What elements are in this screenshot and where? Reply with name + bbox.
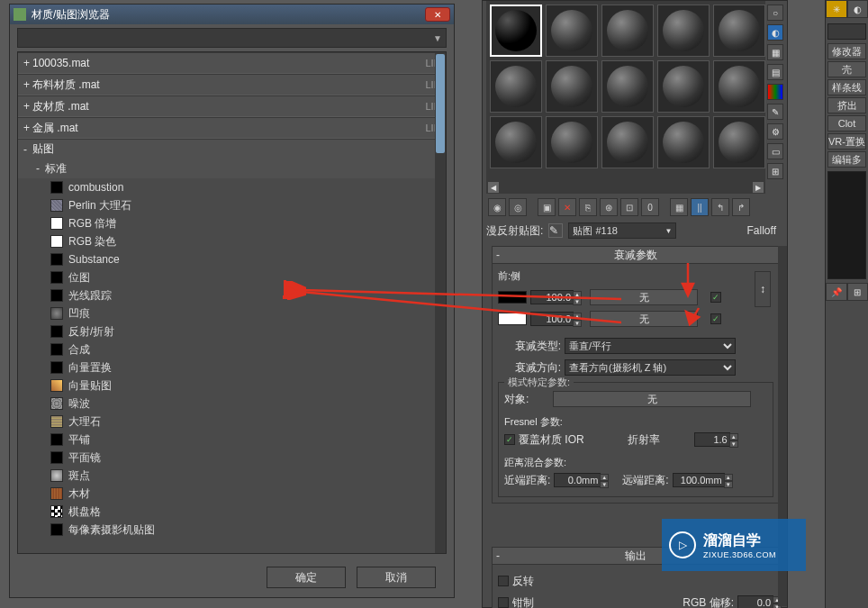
put-to-scene-icon[interactable]: ◎ — [509, 198, 527, 216]
map-item[interactable]: 棋盘格 — [18, 503, 446, 521]
make-copy-icon[interactable]: ⎘ — [579, 198, 597, 216]
material-slot[interactable] — [490, 5, 542, 57]
scrollbar-thumb[interactable] — [436, 54, 445, 153]
falloff-type-dropdown[interactable]: 垂直/平行 — [565, 338, 736, 354]
map-item[interactable]: 向量置换 — [18, 358, 446, 377]
modifier-button[interactable]: Clot — [827, 115, 866, 132]
cancel-button[interactable]: 取消 — [357, 567, 436, 588]
map-name-dropdown[interactable]: 贴图 #118▼ — [568, 222, 676, 239]
rgb-offset-spinner[interactable]: 0.0▲▼ — [737, 595, 773, 608]
material-slot[interactable] — [601, 116, 654, 168]
scroll-right-icon[interactable]: ▶ — [753, 182, 764, 193]
material-id-icon[interactable]: 0 — [641, 198, 659, 216]
amount-spinner-2[interactable]: 100.0▲▼ — [530, 312, 574, 326]
material-slot[interactable] — [657, 5, 710, 57]
swap-colors-button[interactable]: ↕ — [755, 271, 771, 307]
material-slot[interactable] — [490, 60, 542, 113]
assign-to-selection-icon[interactable]: ▣ — [538, 198, 556, 216]
close-button[interactable]: ✕ — [425, 7, 450, 22]
map-type-button[interactable]: Falloff — [747, 224, 776, 237]
map-item[interactable]: 木材 — [18, 485, 446, 503]
modifier-button[interactable]: 样条线 — [827, 79, 866, 95]
options-icon[interactable]: ⚙ — [767, 123, 783, 140]
map-item[interactable]: 向量贴图 — [18, 377, 446, 395]
map-item[interactable]: RGB 倍增 — [18, 214, 446, 232]
show-end-result-icon[interactable]: || — [691, 198, 709, 216]
video-color-icon[interactable] — [767, 84, 783, 100]
object-pick-button[interactable]: 无 — [553, 391, 751, 407]
map-item[interactable]: 大理石 — [18, 413, 446, 431]
color-swatch-1[interactable] — [498, 291, 527, 304]
sample-type-icon[interactable]: ○ — [767, 5, 783, 21]
library-item[interactable]: +金属 .matLIB — [18, 117, 446, 139]
map-item[interactable]: 平面镜 — [18, 449, 446, 467]
material-slot[interactable] — [657, 60, 710, 113]
map-item[interactable]: 每像素摄影机贴图 — [18, 521, 446, 539]
clamp-checkbox[interactable] — [498, 597, 509, 608]
modifier-stack[interactable] — [827, 171, 866, 279]
collapse-icon[interactable]: - — [496, 549, 500, 562]
create-tab-icon[interactable]: ✳ — [826, 0, 847, 18]
far-distance-spinner[interactable]: 100.0mm▲▼ — [673, 473, 725, 487]
reset-map-icon[interactable]: ✕ — [558, 198, 576, 216]
material-slot[interactable] — [657, 116, 710, 168]
amount-spinner-1[interactable]: 100.0▲▼ — [530, 290, 574, 304]
modifier-list-label[interactable]: 修改器 — [827, 43, 866, 59]
material-slot[interactable] — [713, 116, 765, 168]
material-slot[interactable] — [546, 116, 598, 168]
map-item[interactable]: 合成 — [18, 340, 446, 358]
invert-checkbox[interactable] — [498, 576, 509, 586]
backlight-icon[interactable]: ◐ — [767, 24, 783, 41]
select-by-material-icon[interactable]: ▭ — [767, 143, 783, 159]
map-item[interactable]: RGB 染色 — [18, 232, 446, 250]
library-item[interactable]: +皮材质 .matLIB — [18, 95, 446, 117]
modifier-button[interactable]: 壳 — [827, 61, 866, 77]
modifier-button[interactable]: 编辑多 — [827, 151, 866, 168]
map-slot-2-button[interactable]: 无 — [590, 311, 698, 327]
color-swatch-2[interactable] — [498, 313, 527, 325]
search-dropdown-icon[interactable]: ▼ — [433, 33, 442, 43]
map-item[interactable]: 平铺 — [18, 431, 446, 449]
go-to-parent-icon[interactable]: ↰ — [711, 198, 729, 216]
material-map-nav-icon[interactable]: ⊞ — [767, 163, 783, 179]
put-to-library-icon[interactable]: ⊡ — [620, 198, 638, 216]
make-unique-icon[interactable]: ⊛ — [600, 198, 618, 216]
material-slot[interactable] — [490, 116, 542, 168]
make-preview-icon[interactable]: ✎ — [767, 104, 783, 120]
library-item[interactable]: +100035.matLIB — [18, 52, 446, 74]
modifier-button[interactable]: 挤出 — [827, 97, 866, 113]
material-slot[interactable] — [601, 5, 654, 57]
rollup-header[interactable]: - 衰减参数 — [492, 246, 780, 264]
material-slot[interactable] — [713, 5, 765, 57]
list-scrollbar[interactable] — [435, 52, 446, 553]
pin-stack-icon[interactable]: 📌 — [826, 283, 847, 301]
override-ior-checkbox[interactable]: ✓ — [504, 434, 515, 445]
show-in-viewport-icon[interactable]: ▦ — [670, 198, 688, 216]
falloff-dir-dropdown[interactable]: 查看方向(摄影机 Z 轴) — [565, 359, 736, 376]
map-item[interactable]: 斑点 — [18, 467, 446, 485]
background-icon[interactable]: ▦ — [767, 44, 783, 60]
dialog-titlebar[interactable]: 材质/贴图浏览器 ✕ — [10, 5, 454, 24]
map-item[interactable]: 光线跟踪 — [18, 286, 446, 304]
sample-uv-icon[interactable]: ▤ — [767, 64, 783, 80]
map-item[interactable]: Perlin 大理石 — [18, 196, 446, 214]
map-slot-1-checkbox[interactable]: ✓ — [710, 292, 721, 303]
subcategory-standard[interactable]: -标准 — [18, 159, 446, 178]
map-item[interactable]: 位图 — [18, 268, 446, 286]
search-input[interactable]: ▼ — [17, 28, 447, 48]
modify-tab-icon[interactable]: ◐ — [847, 0, 869, 18]
material-slot[interactable] — [601, 60, 654, 113]
material-slot[interactable] — [546, 60, 598, 113]
map-item[interactable]: Substance — [18, 250, 446, 268]
map-item[interactable]: 噪波 — [18, 395, 446, 413]
ok-button[interactable]: 确定 — [267, 567, 346, 588]
material-slot[interactable] — [713, 60, 765, 113]
map-item[interactable]: combustion — [18, 178, 446, 196]
slot-hscrollbar[interactable]: ◀ ▶ — [486, 181, 765, 194]
go-forward-icon[interactable]: ↱ — [732, 198, 750, 216]
map-item[interactable]: 反射/折射 — [18, 322, 446, 340]
library-item[interactable]: +布料材质 .matLIB — [18, 74, 446, 95]
dropper-icon[interactable]: ✎ — [548, 223, 563, 238]
map-item[interactable]: 凹痕 — [18, 304, 446, 322]
scroll-left-icon[interactable]: ◀ — [488, 182, 499, 193]
